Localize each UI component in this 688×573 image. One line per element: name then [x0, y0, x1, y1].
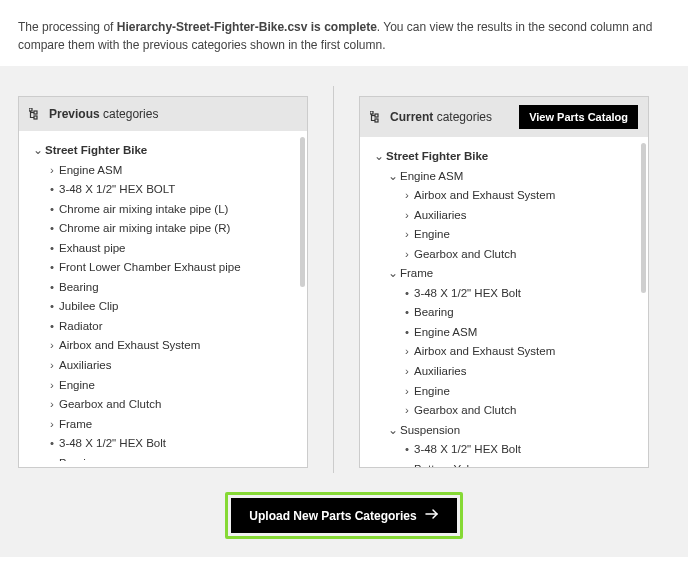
chevron-right-icon: › — [402, 342, 412, 362]
current-tree-node[interactable]: ›Gearbox and Clutch — [368, 245, 636, 265]
previous-tree-node[interactable]: ›Airbox and Exhaust System — [27, 336, 295, 356]
current-tree-node[interactable]: ›Airbox and Exhaust System — [368, 342, 636, 362]
processing-notice: The processing of Hierarchy-Street-Fight… — [0, 0, 688, 66]
current-tree-node[interactable]: •Engine ASM — [368, 323, 636, 343]
chevron-right-icon: › — [47, 336, 57, 356]
previous-tree-node[interactable]: •Jubilee Clip — [27, 297, 295, 317]
scrollbar[interactable] — [300, 137, 305, 287]
tree-node-label: Auxiliaries — [59, 359, 111, 371]
previous-tree-node[interactable]: •Radiator — [27, 317, 295, 337]
chevron-right-icon: › — [402, 382, 412, 402]
tree-node-label: 3-48 X 1/2" HEX Bolt — [59, 437, 166, 449]
previous-tree-node[interactable]: ›Bearing — [27, 454, 295, 461]
chevron-right-icon: › — [402, 206, 412, 226]
chevron-right-icon: › — [402, 401, 412, 421]
current-tree-node[interactable]: ›Auxiliaries — [368, 206, 636, 226]
chevron-right-icon: › — [47, 415, 57, 435]
bullet-icon: • — [47, 317, 57, 337]
current-tree-node[interactable]: ⌄Frame — [368, 264, 636, 284]
tree-node-label: Engine ASM — [59, 164, 122, 176]
chevron-down-icon: ⌄ — [33, 141, 43, 161]
bullet-icon: • — [47, 180, 57, 200]
chevron-right-icon: › — [47, 376, 57, 396]
current-tree: ⌄Street Fighter Bike⌄Engine ASM›Airbox a… — [368, 147, 636, 467]
current-tree-node[interactable]: ⌄Suspension — [368, 421, 636, 441]
current-tree-node[interactable]: •Bearing — [368, 303, 636, 323]
tree-node-label: 3-48 X 1/2" HEX Bolt — [414, 287, 521, 299]
current-panel-head: Current categories View Parts Catalog — [360, 97, 648, 137]
tree-node-label: Street Fighter Bike — [386, 150, 488, 162]
tree-node-label: Bearing — [414, 306, 454, 318]
current-tree-node[interactable]: ⌄Street Fighter Bike — [368, 147, 636, 167]
arrow-right-icon — [425, 508, 439, 523]
previous-tree-node[interactable]: ›Auxiliaries — [27, 356, 295, 376]
tree-node-label: Front Lower Chamber Exhaust pipe — [59, 261, 241, 273]
bullet-icon: • — [47, 200, 57, 220]
tree-node-label: Gearbox and Clutch — [59, 398, 161, 410]
previous-tree-node[interactable]: ›Frame — [27, 415, 295, 435]
current-tree-node[interactable]: ›Auxiliaries — [368, 362, 636, 382]
previous-panel-head: Previous categories — [19, 97, 307, 131]
previous-panel-body: ⌄Street Fighter Bike›Engine ASM•3-48 X 1… — [19, 131, 307, 461]
tree-node-label: 3-48 X 1/2" HEX BOLT — [59, 183, 175, 195]
previous-tree-node[interactable]: •Front Lower Chamber Exhaust pipe — [27, 258, 295, 278]
scrollbar[interactable] — [641, 143, 646, 293]
current-tree-node[interactable]: ›Gearbox and Clutch — [368, 401, 636, 421]
tree-node-label: Frame — [400, 267, 433, 279]
current-tree-node[interactable]: •3-48 X 1/2" HEX Bolt — [368, 284, 636, 304]
tree-node-label: 3-48 X 1/2" HEX Bolt — [414, 443, 521, 455]
previous-tree-node[interactable]: •3-48 X 1/2" HEX Bolt — [27, 434, 295, 454]
tree-node-label: Radiator — [59, 320, 102, 332]
current-panel-body: ⌄Street Fighter Bike⌄Engine ASM›Airbox a… — [360, 137, 648, 467]
previous-tree-node[interactable]: •Bearing — [27, 278, 295, 298]
bullet-icon: • — [402, 323, 412, 343]
previous-panel-title: Previous categories — [49, 107, 158, 121]
chevron-right-icon: › — [47, 356, 57, 376]
notice-filename: Hierarchy-Street-Fighter-Bike.csv is com… — [117, 20, 377, 34]
previous-tree-node[interactable]: •Exhaust pipe — [27, 239, 295, 259]
current-tree-node[interactable]: ›Engine — [368, 225, 636, 245]
view-parts-catalog-button[interactable]: View Parts Catalog — [519, 105, 638, 129]
tree-node-label: Bottom Yoke — [414, 463, 479, 467]
tree-node-label: Exhaust pipe — [59, 242, 126, 254]
current-tree-node[interactable]: ⌄Engine ASM — [368, 167, 636, 187]
previous-tree-node[interactable]: •Chrome air mixing intake pipe (L) — [27, 200, 295, 220]
bullet-icon: • — [402, 460, 412, 467]
svg-rect-0 — [29, 108, 32, 111]
tree-node-label: Auxiliaries — [414, 365, 466, 377]
tree-node-label: Bearing — [59, 457, 99, 461]
current-tree-node[interactable]: ›Airbox and Exhaust System — [368, 186, 636, 206]
previous-tree-node[interactable]: •3-48 X 1/2" HEX BOLT — [27, 180, 295, 200]
chevron-down-icon: ⌄ — [374, 147, 384, 167]
tree-node-label: Street Fighter Bike — [45, 144, 147, 156]
previous-tree-node[interactable]: ›Gearbox and Clutch — [27, 395, 295, 415]
current-tree-node[interactable]: •Bottom Yoke — [368, 460, 636, 467]
tree-node-label: Gearbox and Clutch — [414, 404, 516, 416]
tree-node-label: Bearing — [59, 281, 99, 293]
chevron-right-icon: › — [402, 245, 412, 265]
svg-rect-4 — [375, 114, 378, 117]
chevron-right-icon: › — [402, 186, 412, 206]
main-area: Previous categories ⌄Street Fighter Bike… — [0, 66, 688, 486]
current-tree-node[interactable]: •3-48 X 1/2" HEX Bolt — [368, 440, 636, 460]
tree-node-label: Engine ASM — [414, 326, 477, 338]
chevron-right-icon: › — [47, 395, 57, 415]
tree-node-label: Engine ASM — [400, 170, 463, 182]
bullet-icon: • — [47, 297, 57, 317]
tree-icon — [29, 108, 43, 120]
upload-new-parts-categories-button[interactable]: Upload New Parts Categories — [231, 498, 456, 533]
chevron-right-icon: › — [402, 225, 412, 245]
previous-tree-node[interactable]: ⌄Street Fighter Bike — [27, 141, 295, 161]
tree-node-label: Engine — [414, 228, 450, 240]
previous-tree-node[interactable]: ›Engine — [27, 376, 295, 396]
current-tree-node[interactable]: ›Engine — [368, 382, 636, 402]
bullet-icon: • — [47, 434, 57, 454]
tree-node-label: Engine — [414, 385, 450, 397]
previous-tree-node[interactable]: ›Engine ASM — [27, 161, 295, 181]
bullet-icon: • — [47, 258, 57, 278]
previous-tree-node[interactable]: •Chrome air mixing intake pipe (R) — [27, 219, 295, 239]
svg-rect-3 — [370, 111, 373, 114]
bullet-icon: • — [47, 219, 57, 239]
tree-node-label: Airbox and Exhaust System — [414, 189, 555, 201]
tree-node-label: Frame — [59, 418, 92, 430]
